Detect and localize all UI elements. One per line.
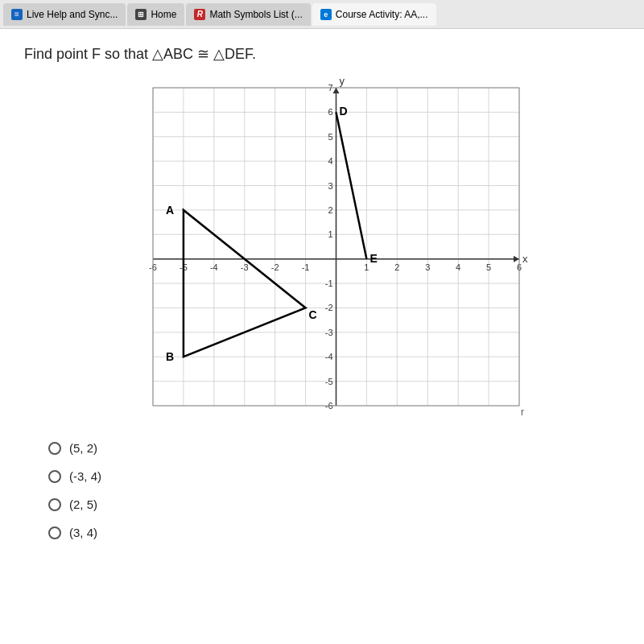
graph-container [109, 76, 535, 422]
answer-label-4: (3, 4) [69, 526, 97, 539]
answer-option-2[interactable]: (-3, 4) [48, 469, 620, 483]
answer-label-3: (2, 5) [69, 497, 97, 511]
answer-label-1: (5, 2) [69, 441, 97, 455]
tab-bar: ≡ Live Help and Sync... ⊞ Home R Math Sy… [0, 0, 644, 29]
tab-live-help[interactable]: ≡ Live Help and Sync... [3, 3, 126, 26]
radio-2[interactable] [48, 470, 61, 483]
tab-home[interactable]: ⊞ Home [127, 3, 184, 26]
tab-math-symbols[interactable]: R Math Symbols List (... [186, 3, 310, 26]
course-activity-icon: e [320, 9, 332, 20]
main-content: Find point F so that △ABC ≅ △DEF. (5, 2)… [0, 29, 644, 644]
question-text: Find point F so that △ABC ≅ △DEF. [24, 45, 620, 63]
home-icon: ⊞ [135, 9, 147, 20]
tab-course-activity[interactable]: e Course Activity: AA,... [312, 3, 436, 26]
tab-course-activity-label: Course Activity: AA,... [336, 9, 428, 20]
answer-option-1[interactable]: (5, 2) [48, 441, 620, 455]
answer-option-3[interactable]: (2, 5) [48, 497, 620, 511]
coordinate-graph [109, 76, 535, 422]
tab-math-symbols-label: Math Symbols List (... [209, 9, 302, 20]
answers-section: (5, 2) (-3, 4) (2, 5) (3, 4) [24, 441, 620, 539]
radio-1[interactable] [48, 442, 61, 455]
tab-live-help-label: Live Help and Sync... [27, 9, 118, 20]
math-symbols-icon: R [194, 9, 205, 20]
answer-option-4[interactable]: (3, 4) [48, 526, 620, 539]
live-help-icon: ≡ [11, 9, 23, 20]
tab-home-label: Home [151, 9, 176, 20]
answer-label-2: (-3, 4) [69, 469, 101, 483]
radio-3[interactable] [48, 498, 61, 511]
radio-4[interactable] [48, 526, 61, 539]
